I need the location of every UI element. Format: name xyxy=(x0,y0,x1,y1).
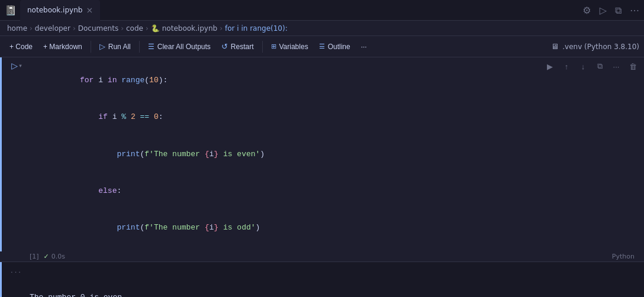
delete-cell-button[interactable]: 🗑 xyxy=(626,60,639,73)
cell-language: Python xyxy=(612,253,635,260)
active-tab[interactable]: notebook.ipynb × xyxy=(20,0,100,21)
more-cell-button[interactable]: ··· xyxy=(610,60,623,73)
main-content: ▶ ↑ ↓ ⧉ ··· 🗑 ▷ ▾ for i in range(10): if xyxy=(0,57,644,297)
copy-cell-button[interactable]: ⧉ xyxy=(593,60,606,73)
cell-number: [1] xyxy=(30,253,39,260)
keyword-for: for xyxy=(80,76,94,85)
outline-label: Outline xyxy=(328,43,350,51)
toolbar-separator-1 xyxy=(91,41,91,53)
clear-outputs-button[interactable]: ☰ Clear All Outputs xyxy=(143,40,215,53)
title-bar: 📓 notebook.ipynb × ⚙ ▷ ⧉ ⋯ xyxy=(0,0,644,21)
cell-gutter: ▷ ▾ xyxy=(2,57,31,251)
breadcrumb-sep-3: › xyxy=(121,24,124,33)
run-all-icon: ▷ xyxy=(99,42,105,51)
outline-button[interactable]: ☰ Outline xyxy=(314,40,355,53)
clear-icon: ☰ xyxy=(148,43,154,51)
breadcrumb-sep-4: › xyxy=(146,24,149,33)
cell-actions: ▶ ↑ ↓ ⧉ ··· 🗑 xyxy=(543,60,639,73)
tab-label: notebook.ipynb xyxy=(27,6,82,14)
breadcrumb-sep-5: › xyxy=(220,24,223,33)
move-up-button[interactable]: ↑ xyxy=(560,60,573,73)
restart-icon: ↺ xyxy=(221,42,228,51)
settings-icon[interactable]: ⚙ xyxy=(582,5,591,16)
breadcrumb-sep-2: › xyxy=(73,24,76,33)
code-line-4: else: xyxy=(31,173,644,209)
execute-cell-button[interactable]: ▶ xyxy=(543,60,556,73)
breadcrumb-documents[interactable]: Documents xyxy=(78,24,118,33)
breadcrumb-developer[interactable]: developer xyxy=(35,24,70,33)
cell-left-border xyxy=(0,262,2,297)
variables-button[interactable]: ⊞ Variables xyxy=(266,40,313,53)
tab-close-button[interactable]: × xyxy=(86,6,93,14)
title-bar-actions: ⚙ ▷ ⧉ ⋯ xyxy=(582,5,639,16)
run-dropdown-icon: ▾ xyxy=(19,63,22,69)
toolbar: + Code + Markdown ▷ Run All ☰ Clear All … xyxy=(0,36,644,57)
add-code-button[interactable]: + Code xyxy=(5,40,37,53)
toolbar-separator-3 xyxy=(262,41,263,53)
restart-button[interactable]: ↺ Restart xyxy=(217,40,259,53)
toolbar-right: 🖥 .venv (Python 3.8.10) xyxy=(551,42,639,51)
cell-status-bar: [1] ✓ 0.0s Python xyxy=(0,251,644,262)
breadcrumb-file[interactable]: notebook.ipynb xyxy=(162,24,217,33)
breadcrumb-home[interactable]: home xyxy=(7,24,27,33)
output-cell: ... The number 0 is even The number 1 is… xyxy=(0,262,644,297)
code-line-5: print(f'The number {i} is odd') xyxy=(31,210,644,247)
variables-icon: ⊞ xyxy=(271,43,276,50)
output-ellipsis: ... xyxy=(10,267,22,275)
run-all-button[interactable]: ▷ Run All xyxy=(95,40,136,53)
success-icon: ✓ xyxy=(44,253,49,260)
venv-icon: 🖥 xyxy=(551,42,559,51)
cell-execution-time: 0.0s xyxy=(51,253,65,260)
venv-label: .venv (Python 3.8.10) xyxy=(562,43,639,51)
breadcrumb: home › developer › Documents › code › 🐍 … xyxy=(0,21,644,36)
notebook-cells: ▶ ↑ ↓ ⧉ ··· 🗑 ▷ ▾ for i in range(10): if xyxy=(0,57,644,297)
restart-label: Restart xyxy=(231,43,254,51)
clear-outputs-label: Clear All Outputs xyxy=(157,43,211,51)
run-icon[interactable]: ▷ xyxy=(600,5,607,16)
code-line-3: print(f'The number {i} is even') xyxy=(31,136,644,173)
output-content: The number 0 is even The number 1 is odd… xyxy=(30,262,644,297)
title-bar-left: 📓 notebook.ipynb × xyxy=(5,0,579,21)
toolbar-separator-2 xyxy=(139,41,140,53)
output-line-0: The number 0 is even xyxy=(30,291,644,297)
run-triangle-icon: ▷ xyxy=(11,61,18,70)
code-cell: ▶ ↑ ↓ ⧉ ··· 🗑 ▷ ▾ for i in range(10): if xyxy=(0,57,644,251)
more-icon[interactable]: ⋯ xyxy=(630,5,639,16)
split-editor-icon[interactable]: ⧉ xyxy=(615,5,622,16)
breadcrumb-context: for i in range(10): xyxy=(225,24,288,33)
python-icon: 🐍 xyxy=(151,24,160,33)
code-editor[interactable]: for i in range(10): if i % 2 == 0: print… xyxy=(31,57,644,251)
more-options-button[interactable]: ··· xyxy=(356,40,372,53)
notebook-icon: 📓 xyxy=(5,5,17,16)
code-line-2: if i % 2 == 0: xyxy=(31,99,644,135)
venv-badge[interactable]: 🖥 .venv (Python 3.8.10) xyxy=(551,42,639,51)
variables-label: Variables xyxy=(279,43,308,51)
outline-icon: ☰ xyxy=(319,43,325,50)
run-cell-button[interactable]: ▷ ▾ xyxy=(11,61,21,70)
run-all-label: Run All xyxy=(108,43,131,51)
add-markdown-button[interactable]: + Markdown xyxy=(38,40,87,53)
breadcrumb-code[interactable]: code xyxy=(126,24,143,33)
breadcrumb-sep-1: › xyxy=(30,24,33,33)
move-down-button[interactable]: ↓ xyxy=(577,60,590,73)
output-gutter: ... xyxy=(0,262,30,297)
